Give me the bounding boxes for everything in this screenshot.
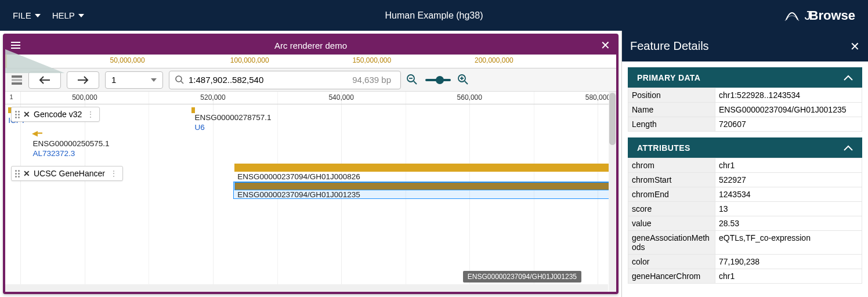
cell-value: ENSG00000237094/GH01J001235: [715, 103, 862, 117]
cell-value: 13: [715, 202, 862, 216]
help-menu[interactable]: HELP: [46, 6, 90, 25]
svg-line-12: [465, 81, 468, 84]
vertical-scrollbar[interactable]: [609, 92, 616, 292]
menubar: FILE HELP Human Example (hg38) JJBrowseB…: [0, 0, 868, 31]
overview-ruler[interactable]: 50,000,000 100,000,000 150,000,000 200,0…: [5, 55, 616, 68]
search-icon: [175, 75, 184, 84]
strand-arrow-icon: ◀━: [32, 129, 42, 137]
help-menu-label: HELP: [52, 10, 75, 20]
chevron-down-icon: [35, 14, 41, 17]
attributes-table: chromchr1 chromStart522927 chromEnd12435…: [628, 158, 862, 284]
location-input[interactable]: [189, 75, 344, 85]
cell-key: chrom: [628, 158, 715, 173]
cell-key: value: [628, 216, 715, 231]
cell-key: Position: [628, 88, 715, 103]
close-track-button[interactable]: ✕: [23, 169, 30, 178]
zoom-slider[interactable]: [425, 79, 451, 81]
file-menu-label: FILE: [13, 10, 31, 20]
cell-value: chr1:522928..1243534: [715, 88, 862, 103]
cell-key: geneAssociationMethods: [628, 231, 715, 255]
close-track-button[interactable]: ✕: [23, 110, 30, 119]
track-gencode: ✕ Gencode v32 ⋮ ICP7 ENSG00000278757.1 U…: [5, 104, 616, 162]
overview-tick: 50,000,000: [110, 56, 145, 64]
scale-tick: 500,000: [72, 93, 97, 102]
track-menu-button[interactable]: ⋮: [85, 110, 96, 119]
panel-body: PRIMARY DATA Positionchr1:522928..124353…: [622, 61, 868, 297]
feature-subname[interactable]: AL732372.3: [32, 149, 75, 158]
section-header-primary[interactable]: PRIMARY DATA: [628, 67, 862, 88]
scale-tick: 560,000: [457, 93, 482, 102]
section-title: ATTRIBUTES: [637, 143, 690, 153]
table-row: geneAssociationMethodseQTLs,TF_co-expres…: [628, 231, 862, 255]
tracks-area[interactable]: 1 500,000 520,000 540,000 560,000 580,00…: [5, 92, 616, 292]
cell-value: 77,190,238: [715, 255, 862, 269]
svg-rect-3: [12, 82, 22, 85]
zoom-in-button[interactable]: [458, 74, 469, 86]
feature-name[interactable]: ENSG00000237094/GH01J001235: [237, 190, 360, 199]
table-row: chromEnd1243534: [628, 187, 862, 202]
view-header: Arc renderer demo ✕: [5, 36, 616, 55]
drag-handle-icon[interactable]: [15, 170, 20, 178]
horizontal-scrollbar[interactable]: [5, 284, 608, 292]
overview-visible-region: [5, 55, 7, 68]
content: Arc renderer demo ✕ 50,000,000 100,000,0…: [0, 31, 868, 297]
overview-tick: 200,000,000: [475, 56, 513, 64]
feature-name[interactable]: ENSG00000278757.1: [194, 113, 271, 122]
section-header-attributes[interactable]: ATTRIBUTES: [628, 137, 862, 158]
cell-value: 522927: [715, 173, 862, 187]
table-row: score13: [628, 202, 862, 216]
location-bp: 94,639 bp: [349, 75, 395, 85]
chevron-down-icon: [151, 78, 157, 82]
cell-key: color: [628, 255, 715, 269]
panel-title: Feature Details: [630, 39, 709, 53]
refname-select[interactable]: 1: [105, 71, 163, 89]
cell-key: chromStart: [628, 173, 715, 187]
table-row: geneHancerChromchr1: [628, 269, 862, 284]
table-row: Positionchr1:522928..1243534: [628, 88, 862, 103]
table-row: NameENSG00000237094/GH01J001235: [628, 103, 862, 117]
cell-value: 720607: [715, 117, 862, 132]
zoom-controls: [407, 74, 469, 86]
feature-subname[interactable]: U6: [194, 123, 204, 132]
cell-key: chromEnd: [628, 187, 715, 202]
view-title: Arc renderer demo: [274, 41, 347, 50]
feature-glyph[interactable]: [191, 107, 195, 113]
nav-forward-button[interactable]: [67, 71, 99, 89]
brand-icon: [784, 9, 800, 22]
file-menu[interactable]: FILE: [7, 6, 46, 25]
cell-key: Length: [628, 117, 715, 132]
track-menu-button[interactable]: ⋮: [108, 169, 119, 178]
panel-header: Feature Details ✕: [622, 31, 868, 61]
section-title: PRIMARY DATA: [637, 73, 700, 82]
track-label-text: Gencode v32: [34, 110, 82, 119]
svg-rect-1: [12, 75, 22, 78]
feature-bar-selected[interactable]: [234, 182, 615, 190]
feature-name[interactable]: ENSG00000250575.1: [32, 139, 109, 148]
feature-name[interactable]: ENSG00000237094/GH01J000826: [237, 172, 360, 181]
scale-tick: 520,000: [200, 93, 225, 102]
scale-ruler: 1 500,000 520,000 540,000 560,000 580,00…: [5, 92, 616, 104]
close-panel-button[interactable]: ✕: [850, 39, 860, 53]
track-label-gencode: ✕ Gencode v32 ⋮: [11, 107, 100, 122]
table-row: chromchr1: [628, 158, 862, 173]
close-view-button[interactable]: ✕: [598, 38, 613, 52]
session-title: Human Example (hg38): [385, 10, 483, 21]
svg-line-5: [181, 81, 183, 84]
track-selector-button[interactable]: [11, 74, 23, 86]
feature-bar[interactable]: [234, 164, 616, 172]
nav-back-button[interactable]: [28, 71, 61, 89]
svg-point-4: [176, 76, 182, 82]
refname-value: 1: [111, 75, 116, 85]
location-search[interactable]: 94,639 bp: [169, 71, 401, 89]
cell-key: score: [628, 202, 715, 216]
view-menu-button[interactable]: [9, 39, 23, 51]
feature-tooltip: ENSG00000237094/GH01J001235: [463, 271, 581, 282]
chevron-up-icon: [844, 75, 853, 81]
table-row: Length720607: [628, 117, 862, 132]
navbar: 1 94,639 bp: [5, 68, 616, 92]
zoom-out-button[interactable]: [407, 74, 418, 86]
drag-handle-icon[interactable]: [15, 111, 20, 118]
zoom-out-icon: [407, 74, 417, 85]
scale-tick: 580,000: [585, 93, 610, 102]
overview-tick: 150,000,000: [352, 56, 391, 64]
